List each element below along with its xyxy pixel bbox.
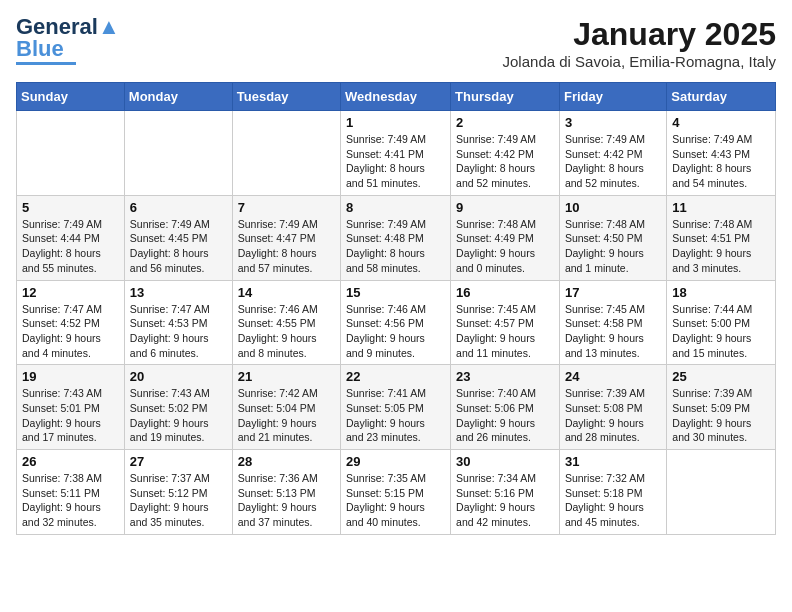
logo: General▲ Blue — [16, 16, 120, 65]
logo-text: General▲ — [16, 16, 120, 38]
weekday-header-row: SundayMondayTuesdayWednesdayThursdayFrid… — [17, 83, 776, 111]
calendar-day-8: 8Sunrise: 7:49 AMSunset: 4:48 PMDaylight… — [341, 195, 451, 280]
day-number: 16 — [456, 285, 554, 300]
calendar-day-14: 14Sunrise: 7:46 AMSunset: 4:55 PMDayligh… — [232, 280, 340, 365]
day-info: Sunrise: 7:45 AMSunset: 4:57 PMDaylight:… — [456, 302, 554, 361]
day-info: Sunrise: 7:49 AMSunset: 4:45 PMDaylight:… — [130, 217, 227, 276]
calendar-day-28: 28Sunrise: 7:36 AMSunset: 5:13 PMDayligh… — [232, 450, 340, 535]
calendar-day-11: 11Sunrise: 7:48 AMSunset: 4:51 PMDayligh… — [667, 195, 776, 280]
day-number: 19 — [22, 369, 119, 384]
calendar-day-19: 19Sunrise: 7:43 AMSunset: 5:01 PMDayligh… — [17, 365, 125, 450]
day-info: Sunrise: 7:46 AMSunset: 4:56 PMDaylight:… — [346, 302, 445, 361]
empty-cell — [232, 111, 340, 196]
calendar-day-26: 26Sunrise: 7:38 AMSunset: 5:11 PMDayligh… — [17, 450, 125, 535]
calendar-week-2: 5Sunrise: 7:49 AMSunset: 4:44 PMDaylight… — [17, 195, 776, 280]
day-number: 26 — [22, 454, 119, 469]
day-info: Sunrise: 7:44 AMSunset: 5:00 PMDaylight:… — [672, 302, 770, 361]
day-number: 18 — [672, 285, 770, 300]
weekday-header-sunday: Sunday — [17, 83, 125, 111]
day-number: 23 — [456, 369, 554, 384]
calendar-day-20: 20Sunrise: 7:43 AMSunset: 5:02 PMDayligh… — [124, 365, 232, 450]
day-info: Sunrise: 7:45 AMSunset: 4:58 PMDaylight:… — [565, 302, 661, 361]
calendar-day-29: 29Sunrise: 7:35 AMSunset: 5:15 PMDayligh… — [341, 450, 451, 535]
day-info: Sunrise: 7:49 AMSunset: 4:42 PMDaylight:… — [565, 132, 661, 191]
day-info: Sunrise: 7:47 AMSunset: 4:53 PMDaylight:… — [130, 302, 227, 361]
day-info: Sunrise: 7:43 AMSunset: 5:02 PMDaylight:… — [130, 386, 227, 445]
day-info: Sunrise: 7:49 AMSunset: 4:42 PMDaylight:… — [456, 132, 554, 191]
day-info: Sunrise: 7:32 AMSunset: 5:18 PMDaylight:… — [565, 471, 661, 530]
calendar-week-3: 12Sunrise: 7:47 AMSunset: 4:52 PMDayligh… — [17, 280, 776, 365]
calendar-day-31: 31Sunrise: 7:32 AMSunset: 5:18 PMDayligh… — [559, 450, 666, 535]
calendar-day-15: 15Sunrise: 7:46 AMSunset: 4:56 PMDayligh… — [341, 280, 451, 365]
weekday-header-thursday: Thursday — [451, 83, 560, 111]
day-info: Sunrise: 7:48 AMSunset: 4:51 PMDaylight:… — [672, 217, 770, 276]
calendar-day-16: 16Sunrise: 7:45 AMSunset: 4:57 PMDayligh… — [451, 280, 560, 365]
day-number: 10 — [565, 200, 661, 215]
empty-cell — [124, 111, 232, 196]
day-number: 12 — [22, 285, 119, 300]
day-info: Sunrise: 7:39 AMSunset: 5:08 PMDaylight:… — [565, 386, 661, 445]
calendar-day-24: 24Sunrise: 7:39 AMSunset: 5:08 PMDayligh… — [559, 365, 666, 450]
day-info: Sunrise: 7:40 AMSunset: 5:06 PMDaylight:… — [456, 386, 554, 445]
day-number: 8 — [346, 200, 445, 215]
title-block: January 2025 Jolanda di Savoia, Emilia-R… — [503, 16, 776, 70]
day-number: 14 — [238, 285, 335, 300]
calendar-day-30: 30Sunrise: 7:34 AMSunset: 5:16 PMDayligh… — [451, 450, 560, 535]
day-number: 6 — [130, 200, 227, 215]
calendar-day-4: 4Sunrise: 7:49 AMSunset: 4:43 PMDaylight… — [667, 111, 776, 196]
calendar-week-4: 19Sunrise: 7:43 AMSunset: 5:01 PMDayligh… — [17, 365, 776, 450]
day-number: 13 — [130, 285, 227, 300]
calendar-day-6: 6Sunrise: 7:49 AMSunset: 4:45 PMDaylight… — [124, 195, 232, 280]
calendar-day-9: 9Sunrise: 7:48 AMSunset: 4:49 PMDaylight… — [451, 195, 560, 280]
calendar-day-2: 2Sunrise: 7:49 AMSunset: 4:42 PMDaylight… — [451, 111, 560, 196]
day-number: 2 — [456, 115, 554, 130]
calendar-day-21: 21Sunrise: 7:42 AMSunset: 5:04 PMDayligh… — [232, 365, 340, 450]
day-info: Sunrise: 7:49 AMSunset: 4:44 PMDaylight:… — [22, 217, 119, 276]
empty-cell — [667, 450, 776, 535]
calendar-week-5: 26Sunrise: 7:38 AMSunset: 5:11 PMDayligh… — [17, 450, 776, 535]
weekday-header-tuesday: Tuesday — [232, 83, 340, 111]
logo-blue-text: Blue — [16, 38, 64, 60]
day-number: 9 — [456, 200, 554, 215]
day-number: 5 — [22, 200, 119, 215]
day-info: Sunrise: 7:37 AMSunset: 5:12 PMDaylight:… — [130, 471, 227, 530]
day-info: Sunrise: 7:46 AMSunset: 4:55 PMDaylight:… — [238, 302, 335, 361]
day-number: 24 — [565, 369, 661, 384]
calendar-table: SundayMondayTuesdayWednesdayThursdayFrid… — [16, 82, 776, 535]
day-info: Sunrise: 7:43 AMSunset: 5:01 PMDaylight:… — [22, 386, 119, 445]
calendar-day-23: 23Sunrise: 7:40 AMSunset: 5:06 PMDayligh… — [451, 365, 560, 450]
page-header: General▲ Blue January 2025 Jolanda di Sa… — [16, 16, 776, 70]
weekday-header-friday: Friday — [559, 83, 666, 111]
weekday-header-wednesday: Wednesday — [341, 83, 451, 111]
logo-line — [16, 62, 76, 65]
day-number: 4 — [672, 115, 770, 130]
day-info: Sunrise: 7:36 AMSunset: 5:13 PMDaylight:… — [238, 471, 335, 530]
day-number: 21 — [238, 369, 335, 384]
day-number: 27 — [130, 454, 227, 469]
day-info: Sunrise: 7:48 AMSunset: 4:50 PMDaylight:… — [565, 217, 661, 276]
day-number: 20 — [130, 369, 227, 384]
day-number: 17 — [565, 285, 661, 300]
calendar-day-12: 12Sunrise: 7:47 AMSunset: 4:52 PMDayligh… — [17, 280, 125, 365]
day-info: Sunrise: 7:49 AMSunset: 4:47 PMDaylight:… — [238, 217, 335, 276]
day-info: Sunrise: 7:49 AMSunset: 4:48 PMDaylight:… — [346, 217, 445, 276]
day-number: 3 — [565, 115, 661, 130]
calendar-week-1: 1Sunrise: 7:49 AMSunset: 4:41 PMDaylight… — [17, 111, 776, 196]
day-number: 31 — [565, 454, 661, 469]
day-number: 1 — [346, 115, 445, 130]
calendar-day-10: 10Sunrise: 7:48 AMSunset: 4:50 PMDayligh… — [559, 195, 666, 280]
day-number: 29 — [346, 454, 445, 469]
day-number: 22 — [346, 369, 445, 384]
calendar-day-13: 13Sunrise: 7:47 AMSunset: 4:53 PMDayligh… — [124, 280, 232, 365]
day-info: Sunrise: 7:41 AMSunset: 5:05 PMDaylight:… — [346, 386, 445, 445]
day-number: 25 — [672, 369, 770, 384]
calendar-day-1: 1Sunrise: 7:49 AMSunset: 4:41 PMDaylight… — [341, 111, 451, 196]
month-title: January 2025 — [503, 16, 776, 53]
empty-cell — [17, 111, 125, 196]
day-info: Sunrise: 7:39 AMSunset: 5:09 PMDaylight:… — [672, 386, 770, 445]
location-subtitle: Jolanda di Savoia, Emilia-Romagna, Italy — [503, 53, 776, 70]
weekday-header-monday: Monday — [124, 83, 232, 111]
day-info: Sunrise: 7:42 AMSunset: 5:04 PMDaylight:… — [238, 386, 335, 445]
day-info: Sunrise: 7:38 AMSunset: 5:11 PMDaylight:… — [22, 471, 119, 530]
calendar-day-5: 5Sunrise: 7:49 AMSunset: 4:44 PMDaylight… — [17, 195, 125, 280]
